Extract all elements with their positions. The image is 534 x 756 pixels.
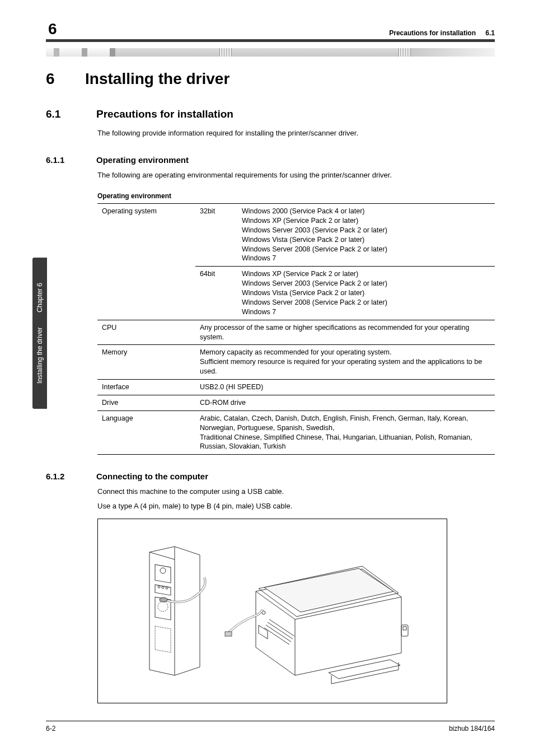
cell-mem-val: Memory capacity as recommended for your … bbox=[195, 345, 495, 380]
side-tab-chapter: Chapter 6 bbox=[36, 283, 44, 312]
decor-seg bbox=[115, 48, 219, 57]
section-6-1-heading: 6.1 Precautions for installation bbox=[46, 108, 495, 120]
section-6-1-2-p2: Use a type A (4 pin, male) to type B (4 … bbox=[97, 501, 495, 511]
content-area: 6 Installing the driver 6.1 Precautions … bbox=[46, 64, 495, 703]
section-title: Precautions for installation bbox=[96, 108, 233, 120]
subsection-num: 6.1.2 bbox=[46, 472, 81, 481]
decor-seg bbox=[232, 48, 399, 57]
chapter-title: Installing the driver bbox=[85, 70, 229, 87]
svg-rect-17 bbox=[225, 632, 232, 636]
svg-line-0 bbox=[149, 552, 175, 559]
section-6-1-2-heading: 6.1.2 Connecting to the computer bbox=[46, 472, 495, 481]
section-num: 6.1 bbox=[46, 108, 81, 120]
decor-seg bbox=[399, 48, 411, 57]
svg-point-8 bbox=[158, 601, 168, 612]
decor-seg bbox=[59, 48, 82, 57]
svg-rect-9 bbox=[155, 626, 171, 652]
footer-left: 6-2 bbox=[46, 725, 55, 732]
cell-drive-val: CD-ROM drive bbox=[195, 395, 495, 410]
decor-seg bbox=[82, 48, 87, 57]
subsection-num: 6.1.1 bbox=[46, 155, 81, 165]
svg-line-12 bbox=[266, 625, 291, 642]
svg-rect-1 bbox=[155, 564, 171, 583]
page-footer: 6-2 bizhub 184/164 bbox=[46, 721, 495, 732]
decor-seg bbox=[54, 48, 59, 57]
header-breadcrumb: Precautions for installation bbox=[389, 29, 476, 37]
cell-mem-label: Memory bbox=[97, 345, 195, 380]
table-row: Operating system 32bit Windows 2000 (Ser… bbox=[97, 204, 495, 267]
env-table: Operating system 32bit Windows 2000 (Ser… bbox=[97, 203, 495, 455]
svg-point-10 bbox=[160, 598, 167, 602]
svg-line-13 bbox=[268, 622, 293, 639]
section-6-1-intro: The following provide information requir… bbox=[97, 128, 495, 138]
cell-if-val: USB2.0 (HI SPEED) bbox=[195, 380, 495, 395]
cell-lang-label: Language bbox=[97, 410, 195, 455]
svg-point-5 bbox=[162, 586, 164, 589]
computer-back-illustration bbox=[133, 544, 205, 678]
header-section-ref: 6.1 bbox=[485, 29, 495, 37]
cell-if-label: Interface bbox=[97, 380, 195, 395]
table-row: Interface USB2.0 (HI SPEED) bbox=[97, 380, 495, 395]
svg-rect-15 bbox=[259, 626, 268, 639]
section-6-1-1-heading: 6.1.1 Operating environment bbox=[46, 155, 495, 165]
side-tab-text: Installing the driver Chapter 6 bbox=[36, 283, 44, 384]
cell-os-64-label: 64bit bbox=[195, 267, 237, 320]
header-divider bbox=[46, 39, 495, 42]
decor-seg bbox=[46, 48, 54, 57]
section-6-1-1-intro: The following are operating environmenta… bbox=[97, 170, 495, 180]
svg-point-6 bbox=[166, 587, 168, 589]
table-row: Drive CD-ROM drive bbox=[97, 395, 495, 410]
env-table-title: Operating environment bbox=[97, 192, 495, 200]
decorative-strip bbox=[46, 48, 495, 57]
chapter-heading: 6 Installing the driver bbox=[46, 70, 495, 88]
header-chapter-num: 6 bbox=[46, 21, 59, 37]
running-header: 6 Precautions for installation 6.1 bbox=[46, 24, 495, 37]
footer-right: bizhub 184/164 bbox=[449, 725, 495, 732]
cell-os-64-val: Windows XP (Service Pack 2 or later) Win… bbox=[237, 267, 495, 320]
subsection-title: Connecting to the computer bbox=[96, 472, 208, 481]
decor-seg bbox=[219, 48, 232, 57]
decor-seg bbox=[87, 48, 110, 57]
table-row: Language Arabic, Catalan, Czech, Danish,… bbox=[97, 410, 495, 455]
side-tab: Installing the driver Chapter 6 bbox=[32, 258, 47, 409]
decor-seg bbox=[110, 48, 115, 57]
cell-drive-label: Drive bbox=[97, 395, 195, 410]
table-row: CPU Any processor of the same or higher … bbox=[97, 320, 495, 345]
cell-os-32-val: Windows 2000 (Service Pack 4 or later) W… bbox=[237, 204, 495, 267]
subsection-title: Operating environment bbox=[96, 155, 189, 165]
side-tab-title: Installing the driver bbox=[36, 327, 44, 384]
decor-seg bbox=[411, 48, 495, 57]
chapter-num: 6 bbox=[46, 70, 55, 87]
cell-os-label: Operating system bbox=[97, 204, 195, 320]
printer-illustration bbox=[222, 535, 413, 687]
svg-point-4 bbox=[158, 586, 160, 588]
usb-connection-figure bbox=[97, 519, 447, 703]
cell-cpu-label: CPU bbox=[97, 320, 195, 345]
svg-point-2 bbox=[160, 568, 166, 573]
table-row: Memory Memory capacity as recommended fo… bbox=[97, 345, 495, 380]
svg-rect-19 bbox=[403, 627, 406, 630]
cell-lang-val: Arabic, Catalan, Czech, Danish, Dutch, E… bbox=[195, 410, 495, 455]
cell-os-32-label: 32bit bbox=[195, 204, 237, 267]
cell-cpu-val: Any processor of the same or higher spec… bbox=[195, 320, 495, 345]
section-6-1-2-p1: Connect this machine to the computer usi… bbox=[97, 487, 495, 497]
